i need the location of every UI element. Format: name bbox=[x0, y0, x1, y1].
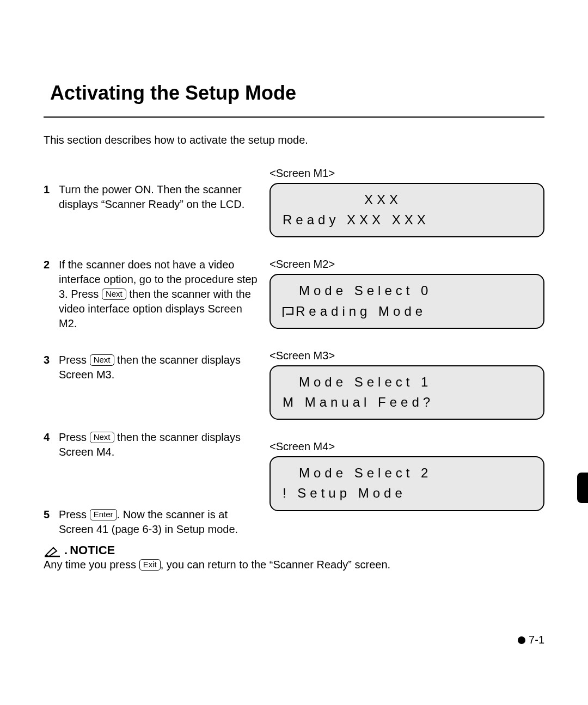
document-page: Activating the Setup Mode This section d… bbox=[0, 0, 588, 604]
intro-text: This section describes how to activate t… bbox=[44, 134, 544, 146]
screen-label-m3: <Screen M3> bbox=[270, 350, 544, 362]
step-text: Press Enter. Now the scanner is at Scree… bbox=[59, 507, 259, 537]
step-5: 5 Press Enter. Now the scanner is at Scr… bbox=[44, 507, 259, 537]
keycap-next: Next bbox=[90, 354, 114, 366]
lcd-line: XXX bbox=[283, 189, 531, 210]
pencil-icon bbox=[44, 547, 62, 557]
lcd-screen-m4: Mode Select 2 ! Setup Mode bbox=[270, 456, 544, 511]
step-3: 3 Press Next then the scanner displays S… bbox=[44, 353, 259, 382]
lcd-line: Reading Mode bbox=[283, 301, 531, 321]
keycap-next: Next bbox=[90, 432, 114, 443]
page-title: Activating the Setup Mode bbox=[50, 82, 544, 105]
page-footer: 7-1 bbox=[518, 634, 544, 646]
step-text: Press Next then the scanner displays Scr… bbox=[59, 353, 259, 382]
notice-text: Any time you press Exit, you can return … bbox=[44, 559, 544, 571]
lcd-line: Mode Select 1 bbox=[283, 372, 531, 392]
two-column-layout: 1 Turn the power ON. Then the scanner di… bbox=[44, 167, 544, 537]
lcd-line: Ready XXX XXX bbox=[283, 210, 531, 230]
step-number: 2 bbox=[44, 258, 52, 331]
step-number: 3 bbox=[44, 353, 52, 382]
keycap-enter: Enter bbox=[90, 509, 117, 520]
step-text: If the scanner does not have a video int… bbox=[59, 258, 259, 331]
page-number: 7-1 bbox=[529, 634, 544, 646]
bullet-icon bbox=[518, 636, 525, 644]
keycap-next: Next bbox=[102, 289, 126, 300]
lcd-line: Mode Select 2 bbox=[283, 463, 531, 483]
step-1: 1 Turn the power ON. Then the scanner di… bbox=[44, 182, 259, 212]
step-4: 4 Press Next then the scanner displays S… bbox=[44, 430, 259, 459]
lcd-line: Mode Select 0 bbox=[283, 280, 531, 301]
lcd-screen-m2: Mode Select 0 Reading Mode bbox=[270, 274, 544, 328]
lcd-screen-m3: Mode Select 1 M Manual Feed? bbox=[270, 365, 544, 420]
steps-column: 1 Turn the power ON. Then the scanner di… bbox=[44, 167, 259, 537]
step-text: Turn the power ON. Then the scanner disp… bbox=[59, 182, 259, 212]
step-2: 2 If the scanner does not have a video i… bbox=[44, 258, 259, 331]
lcd-line: M Manual Feed? bbox=[283, 392, 531, 412]
step-number: 4 bbox=[44, 430, 52, 459]
screen-label-m1: <Screen M1> bbox=[270, 167, 544, 180]
notice-label: NOTICE bbox=[70, 543, 115, 557]
notice-heading: . NOTICE bbox=[44, 543, 544, 557]
notice-block: . NOTICE Any time you press Exit, you ca… bbox=[44, 543, 544, 571]
lcd-line: ! Setup Mode bbox=[283, 483, 531, 503]
section-tab-marker bbox=[577, 473, 588, 503]
step-number: 5 bbox=[44, 507, 52, 537]
step-number: 1 bbox=[44, 182, 52, 212]
screen-label-m2: <Screen M2> bbox=[270, 258, 544, 271]
step-text: Press Next then the scanner displays Scr… bbox=[59, 430, 259, 459]
screen-label-m4: <Screen M4> bbox=[270, 440, 544, 453]
keycap-exit: Exit bbox=[139, 559, 161, 571]
lcd-screen-m1: XXX Ready XXX XXX bbox=[270, 183, 544, 237]
return-icon bbox=[283, 307, 292, 317]
title-rule bbox=[44, 117, 544, 118]
screens-column: <Screen M1> XXX Ready XXX XXX <Screen M2… bbox=[270, 167, 544, 537]
